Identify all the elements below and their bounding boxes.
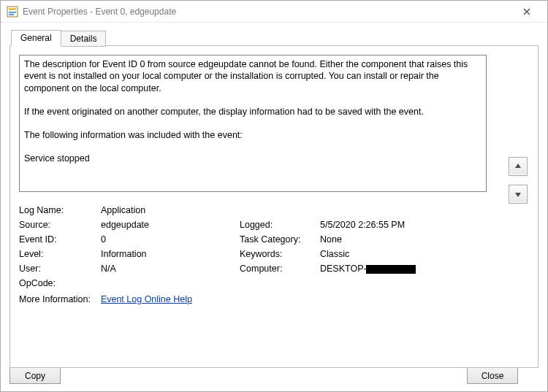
tab-details[interactable]: Details [61, 31, 107, 47]
previous-event-button[interactable] [509, 157, 528, 176]
logged-value: 5/5/2020 2:26:55 PM [320, 220, 473, 230]
event-id-label: Event ID: [19, 234, 101, 245]
log-name-value: Application [101, 205, 473, 215]
more-information-row: More Information: Event Log Online Help [19, 294, 487, 304]
description-line: The description for Event ID 0 from sour… [24, 58, 482, 94]
logged-label: Logged: [240, 220, 320, 230]
svg-rect-1 [9, 8, 16, 10]
computer-label: Computer: [240, 264, 320, 274]
event-log-online-help-link[interactable]: Event Log Online Help [101, 294, 192, 304]
more-info-label: More Information: [19, 294, 91, 304]
user-label: User: [19, 264, 101, 274]
redacted-text [366, 265, 416, 274]
window-title: Event Properties - Event 0, edgeupdate [23, 7, 176, 17]
svg-rect-3 [9, 14, 14, 15]
title-bar: Event Properties - Event 0, edgeupdate [1, 1, 547, 23]
log-name-label: Log Name: [19, 205, 101, 215]
description-line: The following information was included w… [24, 129, 482, 141]
tab-general[interactable]: General [11, 30, 61, 46]
event-properties-grid: Log Name: Application Source: edgeupdate… [19, 205, 487, 288]
level-value: Information [101, 249, 240, 259]
tab-strip: General Details [9, 30, 539, 46]
keywords-label: Keywords: [240, 249, 320, 259]
svg-rect-2 [9, 12, 16, 13]
description-line: If the event originated on another compu… [24, 106, 482, 118]
close-button[interactable]: Close [467, 367, 518, 384]
keywords-value: Classic [320, 249, 473, 259]
task-category-label: Task Category: [240, 234, 320, 245]
user-value: N/A [101, 264, 240, 274]
task-category-value: None [320, 234, 473, 245]
event-id-value: 0 [101, 234, 240, 245]
app-icon [7, 6, 18, 18]
copy-button[interactable]: Copy [9, 367, 61, 384]
dialog-button-row: Copy Close [9, 367, 518, 384]
computer-value: DESKTOP- [320, 264, 473, 274]
tab-panel-general: The description for Event ID 0 from sour… [9, 45, 539, 368]
source-label: Source: [19, 220, 101, 230]
level-label: Level: [19, 249, 101, 259]
next-event-button[interactable] [509, 185, 528, 204]
window-close-button[interactable] [512, 1, 541, 22]
description-line: Service stopped [24, 153, 482, 164]
event-description-box[interactable]: The description for Event ID 0 from sour… [19, 55, 487, 192]
opcode-label: OpCode: [19, 278, 101, 288]
source-value: edgeupdate [101, 220, 240, 230]
